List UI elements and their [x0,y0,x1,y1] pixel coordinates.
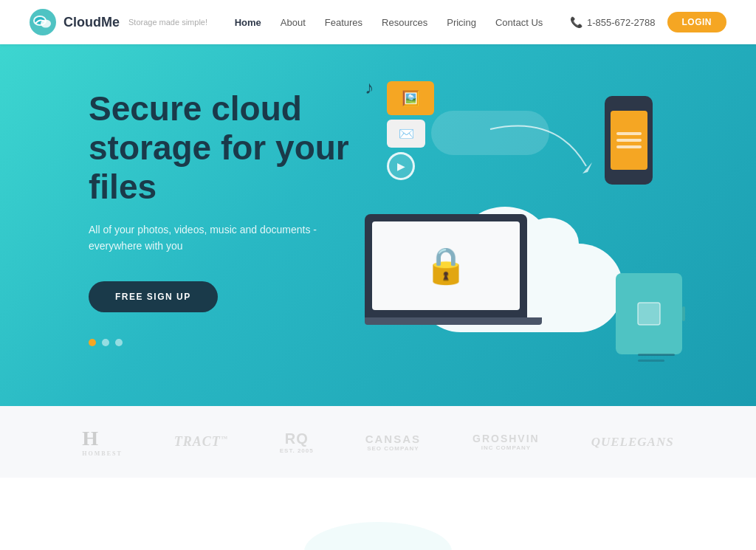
header: CloudMe Storage made simple! Home About … [0,0,756,44]
tablet-icon [634,299,664,329]
cloud-bg-1 [431,111,549,155]
dot-3[interactable] [115,339,123,346]
partners-strip: H HOMBEST tract™ RQ EST. 2005 CANSAS SEO… [0,406,756,478]
play-icon: ▶ [387,152,415,180]
tablet-button [682,306,685,321]
nav-features[interactable]: Features [325,17,362,28]
hero-dots [89,339,369,346]
image-icon: 🖼️ [387,81,434,115]
decoration-lines [638,354,675,362]
phone-number: 1-855-672-2788 [587,17,656,28]
nav-about[interactable]: About [281,17,306,28]
logo-tagline: Storage made simple! [128,18,207,27]
nav-resources[interactable]: Resources [382,17,427,28]
hero-subtitle: All of your photos, videos, music and do… [89,221,369,255]
laptop-base [365,317,542,325]
phone-screen [611,111,647,170]
phone-device [605,96,653,185]
hero-content: Secure cloud storage for your files All … [89,89,369,346]
laptop-screen: 🔒 [365,214,527,317]
partner-logo-cansas: CANSAS SEO COMPANY [365,433,421,452]
login-button[interactable]: LOGIN [667,12,727,32]
partner-logo-groshvin: GROSHVIN INC COMPANY [472,433,540,451]
hero-section: Secure cloud storage for your files All … [0,44,756,406]
cloud-peek [304,522,452,550]
main-nav: Home About Features Resources Pricing Co… [235,17,543,28]
lock-icon: 🔒 [424,245,468,286]
partner-logo-rq: RQ EST. 2005 [280,430,314,454]
laptop-screen-inner: 🔒 [372,221,520,310]
nav-home[interactable]: Home [235,17,261,28]
phone-line-3 [616,145,642,148]
logo-icon [30,9,56,35]
nav-pricing[interactable]: Pricing [447,17,476,28]
about-section: ABOUT US What is CloudMe? [0,478,756,550]
signup-button[interactable]: FREE SIGN UP [89,281,218,312]
phone-area: 📞 1-855-672-2788 [570,16,656,28]
hero-illustration: ♪ 🖼️ ✉️ ▶ 🔒 [343,66,697,377]
svg-marker-4 [583,162,592,173]
dot-1[interactable] [89,339,96,346]
cloud-peek-area [30,522,726,550]
laptop: 🔒 [365,214,542,340]
svg-rect-5 [638,303,660,325]
header-right: 📞 1-855-672-2788 LOGIN [570,12,726,32]
phone-line-2 [616,139,642,142]
partner-logo-quelegans: Quelegans [591,435,674,450]
phone-line-1 [616,132,642,135]
tablet-device [616,273,682,354]
nav-contact[interactable]: Contact Us [495,17,543,28]
logo-text: CloudMe [63,15,120,30]
hero-title: Secure cloud storage for your files [89,89,369,207]
logo-area: CloudMe Storage made simple! [30,9,207,35]
phone-icon: 📞 [570,16,583,28]
media-icons-group: ♪ 🖼️ ✉️ ▶ [387,81,434,180]
email-icon: ✉️ [387,120,425,148]
partner-logo-tract: tract™ [174,434,228,450]
dot-2[interactable] [102,339,109,346]
partner-logo-h: H HOMBEST [82,427,122,457]
